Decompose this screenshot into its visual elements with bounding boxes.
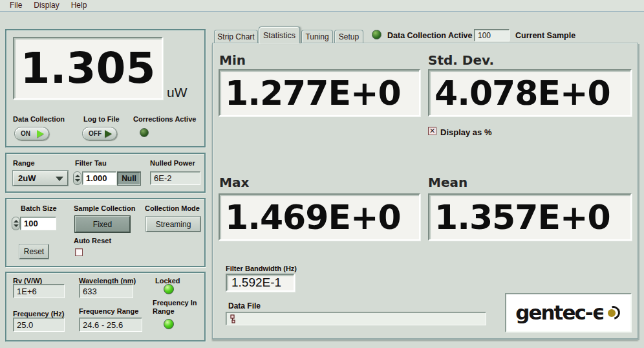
- max-display: 1.469E+0: [219, 193, 420, 241]
- logo-text: gentec-: [515, 303, 592, 323]
- wavelength-display: 633: [79, 284, 133, 298]
- corrections-active-label: Corrections Active: [133, 115, 196, 123]
- min-display: 1.277E+0: [219, 69, 420, 116]
- batch-panel: Batch Size Sample Collection Collection …: [5, 198, 206, 267]
- reset-button-label: Reset: [24, 247, 44, 256]
- spin-down-icon: [75, 179, 80, 182]
- filter-bandwidth-display: 1.592E-1: [226, 274, 295, 292]
- frequency-range-value: 24.6 - 25.6: [83, 320, 123, 330]
- filter-tau-input[interactable]: 1.000: [82, 171, 116, 185]
- tab-label: Strip Chart: [217, 32, 254, 41]
- corrections-active-led-icon: [140, 128, 149, 137]
- data-collection-active-label: Data Collection Active: [387, 31, 473, 40]
- std-dev-display: 4.078E+0: [428, 69, 632, 116]
- tab-label: Statistics: [263, 31, 295, 40]
- log-to-file-label: Log to File: [83, 115, 120, 123]
- sample-collection-value: Fixed: [93, 220, 112, 229]
- filter-tau-value: 1.000: [86, 173, 107, 183]
- mean-value: 1.357E+0: [435, 198, 610, 237]
- current-sample-value: 100: [478, 31, 491, 40]
- null-button-label: Null: [122, 174, 136, 183]
- data-collection-label: Data Collection: [13, 115, 65, 123]
- spin-down-icon: [14, 224, 19, 227]
- toggle-arrow-icon: [105, 130, 112, 138]
- spin-up-icon: [14, 220, 19, 223]
- current-sample-label: Current Sample: [515, 31, 575, 40]
- batch-size-stepper[interactable]: [12, 217, 20, 230]
- locked-led-icon: [164, 284, 174, 294]
- power-value-display: 1.305: [13, 37, 163, 100]
- auto-reset-checkbox[interactable]: ✕: [75, 248, 83, 256]
- toggle-arrow-icon: [37, 130, 44, 138]
- collection-mode-label: Collection Mode: [145, 204, 200, 212]
- data-collection-active-led-icon: [372, 30, 381, 39]
- range-value: 2uW: [18, 173, 36, 183]
- filter-tau-stepper[interactable]: [73, 171, 81, 185]
- range-panel: Range Filter Tau Nulled Power 2uW 1.000 …: [5, 153, 206, 193]
- batch-size-label: Batch Size: [21, 204, 57, 212]
- chevron-down-icon: [56, 177, 63, 181]
- sample-collection-button[interactable]: Fixed: [75, 216, 130, 232]
- menu-bar: File Display Help: [0, 0, 644, 12]
- nulled-power-label: Nulled Power: [150, 159, 195, 167]
- collection-mode-value: Streaming: [156, 220, 191, 229]
- collection-mode-button[interactable]: Streaming: [146, 217, 200, 232]
- auto-reset-label: Auto Reset: [74, 237, 111, 245]
- tab-setup[interactable]: Setup: [334, 30, 363, 43]
- std-dev-value: 4.078E+0: [435, 74, 610, 113]
- menu-file[interactable]: File: [4, 0, 28, 11]
- min-label: Min: [219, 52, 246, 68]
- sample-collection-label: Sample Collection: [74, 204, 135, 212]
- filter-bandwidth-value: 1.592E-1: [231, 276, 281, 290]
- max-value: 1.469E+0: [225, 198, 401, 237]
- statistics-tab-body: Min 1.277E+0 Std. Dev. 4.078E+0 ✕ Displa…: [212, 43, 638, 339]
- menu-display[interactable]: Display: [28, 0, 65, 11]
- power-display-panel: 1.305 uW Data Collection Log to File Cor…: [5, 29, 206, 147]
- empty-path-icon: [230, 314, 237, 323]
- app-window: File Display Help 1.305 uW Data Collecti…: [0, 0, 644, 348]
- filter-tau-label: Filter Tau: [75, 159, 107, 167]
- frequency-range-label: Frequency Range: [79, 307, 138, 315]
- current-sample-display: 100: [474, 29, 510, 41]
- tab-statistics[interactable]: Statistics: [259, 27, 300, 43]
- range-dropdown[interactable]: 2uW: [13, 171, 68, 186]
- mean-label: Mean: [428, 175, 467, 190]
- mean-display: 1.357E+0: [428, 193, 632, 241]
- tab-tuning[interactable]: Tuning: [301, 30, 333, 43]
- power-value: 1.305: [21, 43, 156, 93]
- range-label: Range: [13, 159, 35, 167]
- frequency-range-display: 24.6 - 25.6: [79, 318, 142, 332]
- frequency-value: 25.0: [17, 320, 33, 330]
- nulled-power-value: 6E-2: [154, 173, 171, 183]
- nulled-power-display: 6E-2: [150, 171, 200, 185]
- logo-epsilon: ϵ: [592, 303, 605, 323]
- data-collection-state: ON: [21, 130, 30, 137]
- logo-dot-icon: [606, 305, 621, 321]
- frequency-display: 25.0: [13, 318, 65, 332]
- data-collection-toggle[interactable]: ON: [14, 127, 49, 140]
- rv-value: 1E+6: [17, 287, 37, 296]
- frequency-in-range-label: Frequency In Range: [153, 299, 202, 316]
- filter-bandwidth-label: Filter Bandwidth (Hz): [226, 265, 297, 272]
- tab-strip-chart[interactable]: Strip Chart: [214, 30, 258, 43]
- checkbox-x-icon: ✕: [429, 127, 436, 135]
- tab-label: Setup: [339, 32, 359, 41]
- data-file-input[interactable]: [226, 312, 486, 325]
- batch-size-value: 100: [24, 219, 38, 228]
- frequency-label: Frequency (Hz): [13, 310, 64, 318]
- frequency-in-range-led-icon: [164, 319, 174, 329]
- gentec-logo: gentec- ϵ: [505, 293, 632, 332]
- log-to-file-state: OFF: [89, 130, 102, 137]
- display-as-pct-checkbox[interactable]: ✕: [428, 127, 436, 135]
- wavelength-value: 633: [83, 287, 97, 296]
- tab-label: Tuning: [305, 32, 328, 41]
- log-to-file-toggle[interactable]: OFF: [82, 127, 117, 140]
- menu-help[interactable]: Help: [65, 0, 93, 11]
- max-label: Max: [219, 175, 249, 190]
- spin-up-icon: [75, 175, 80, 177]
- data-file-label: Data File: [228, 301, 261, 310]
- reset-button[interactable]: Reset: [19, 245, 48, 259]
- batch-size-input[interactable]: 100: [20, 217, 56, 230]
- std-dev-label: Std. Dev.: [428, 52, 494, 68]
- null-button[interactable]: Null: [118, 172, 140, 185]
